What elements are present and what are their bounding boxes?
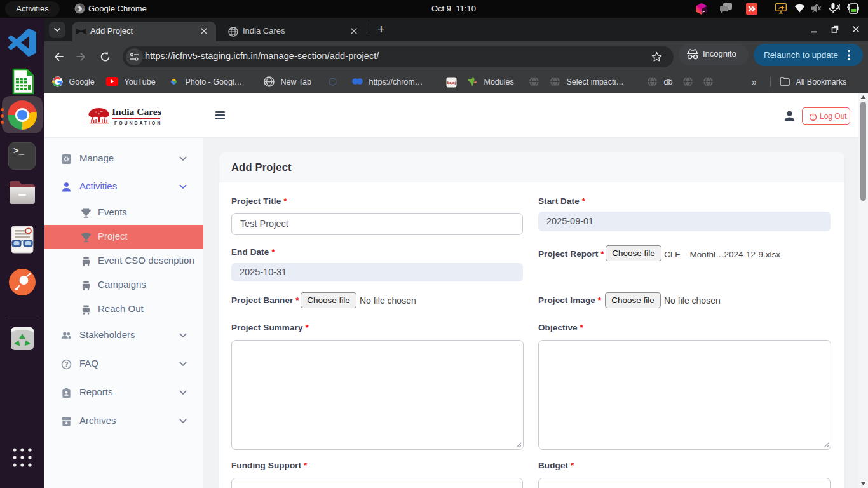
svg-text:bajaj: bajaj bbox=[447, 81, 456, 85]
svg-text:?: ? bbox=[64, 360, 69, 368]
